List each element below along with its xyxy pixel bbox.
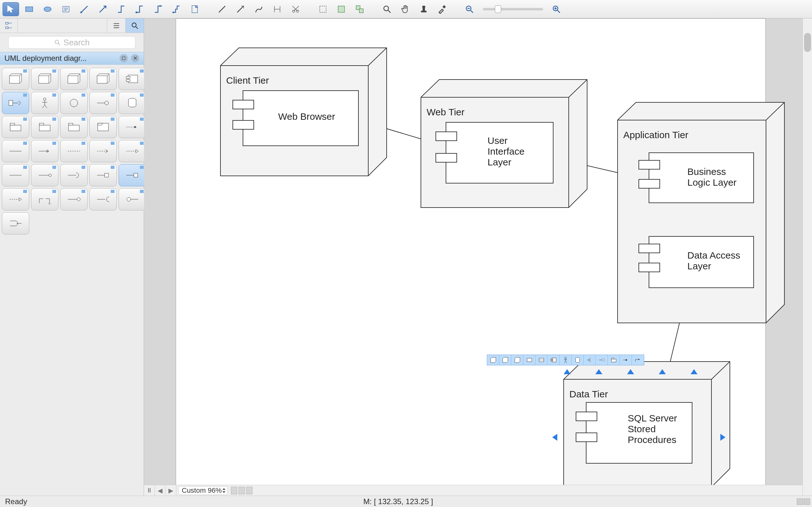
component-data-access[interactable]: Data Access Layer [649,236,754,288]
pal-node-2[interactable] [31,68,58,90]
sel-top-2[interactable] [595,369,602,374]
sel-right[interactable] [720,434,725,441]
connector-1[interactable] [76,2,93,16]
insert-page-tool[interactable] [187,2,203,16]
mini-3[interactable] [246,487,252,494]
qb-rect[interactable] [523,355,536,365]
zoom-combo[interactable]: Custom 96% [178,486,228,495]
list-view-icon[interactable] [107,18,125,33]
curve-tool[interactable] [251,2,267,16]
pal-socket[interactable] [60,164,88,186]
page-next[interactable]: ▶ [165,485,176,496]
pal-node-4[interactable] [90,68,117,90]
pal-lollipop[interactable] [90,92,117,114]
line-tool-2[interactable] [232,2,249,16]
pal-component[interactable] [119,68,146,90]
pal-package-2[interactable] [31,116,58,138]
qb-node[interactable] [487,355,499,365]
zoom-slider[interactable] [483,8,543,10]
text-tool[interactable] [58,2,74,16]
qb-rect-2[interactable] [536,355,548,365]
pan-tool[interactable] [397,2,414,16]
pal-line[interactable] [2,164,29,186]
pal-dep-arrow[interactable] [119,116,146,138]
connector-2[interactable] [95,2,111,16]
region-tool-2[interactable] [333,2,350,16]
section-close-icon[interactable]: ✕ [131,54,139,62]
zoom-slider-knob[interactable] [495,5,501,13]
drawing-page[interactable]: Client Tier Web Browser Web Tier User In… [176,18,766,496]
pointer-tool[interactable] [3,2,19,16]
section-detach-icon[interactable] [119,54,128,62]
tree-toggle-icon[interactable] [0,18,18,33]
snip-tool[interactable] [287,2,304,16]
line-tool-1[interactable] [214,2,230,16]
pal-merge[interactable] [2,212,29,234]
pal-ball[interactable] [60,188,88,210]
pal-dash[interactable] [60,140,88,162]
pal-assoc[interactable] [2,140,29,162]
pal-package-1[interactable] [2,116,29,138]
pal-elbow[interactable] [31,188,58,210]
qb-pkg[interactable] [608,355,620,365]
region-tool-1[interactable] [315,2,331,16]
connector-5[interactable] [150,2,166,16]
pal-rect-line-2[interactable] [119,164,146,186]
pal-package-3[interactable] [60,116,88,138]
pal-node-3[interactable] [60,68,88,90]
zoom-in-button[interactable] [548,2,565,16]
canvas-area[interactable]: Client Tier Web Browser Web Tier User In… [144,18,812,496]
mini-1[interactable] [231,487,237,494]
connector-4[interactable] [131,2,148,16]
qb-node-2[interactable] [499,355,511,365]
qb-ball[interactable] [596,355,608,365]
zoom-out-button[interactable] [461,2,478,16]
sel-top-4[interactable] [659,369,666,374]
qb-actor[interactable] [560,355,571,365]
sidebar-top-input[interactable] [18,18,107,33]
pal-node-1[interactable] [2,68,29,90]
dimension-tool[interactable] [269,2,286,16]
pal-frame[interactable] [90,116,117,138]
connector-6[interactable] [168,2,185,16]
node-app-tier[interactable]: Application Tier Business Logic Layer Da… [617,102,786,324]
component-ui-layer[interactable]: User Interface Layer [446,122,554,183]
page-prev[interactable]: ◀ [155,485,165,496]
zoom-tool[interactable] [379,2,395,16]
ellipse-tool[interactable] [39,2,56,16]
sel-left[interactable] [552,434,557,441]
search-view-icon[interactable] [125,18,144,33]
qb-node-3[interactable] [511,355,523,365]
qb-db[interactable] [571,355,583,365]
pal-circle[interactable] [60,92,88,114]
pal-database[interactable] [119,92,146,114]
vertical-scrollbar[interactable] [803,18,812,496]
qb-elbow[interactable] [632,355,644,365]
palette-section-header[interactable]: UML deployment diagr... ✕ [0,52,144,65]
component-web-browser[interactable]: Web Browser [243,90,359,146]
mini-2[interactable] [239,487,245,494]
node-client-tier[interactable]: Client Tier Web Browser [220,47,388,176]
pal-dash-closed[interactable] [119,140,146,162]
stamp-tool[interactable] [415,2,432,16]
connector-3[interactable] [113,2,130,16]
pages-toggle[interactable]: ⏸ [144,485,155,496]
qb-socket[interactable] [583,355,596,365]
region-tool-3[interactable] [351,2,368,16]
sel-top-1[interactable] [564,369,571,374]
sel-top-3[interactable] [627,369,634,374]
pal-line-dot[interactable] [31,164,58,186]
pal-dash-open[interactable] [90,140,117,162]
pal-interface-req[interactable] [2,92,29,114]
pal-dash-closed-2[interactable] [2,188,29,210]
scrollbar-thumb[interactable] [804,33,811,52]
qb-comp[interactable] [548,355,560,365]
node-data-tier[interactable]: Data Tier SQL Server Stored Procedures [563,361,731,488]
sel-top-5[interactable] [691,369,698,374]
qb-arrow[interactable] [620,355,632,365]
pal-rect-line[interactable] [90,164,117,186]
pal-nav[interactable] [31,140,58,162]
search-input[interactable]: Search [8,36,136,49]
node-web-tier[interactable]: Web Tier User Interface Layer [420,79,589,208]
pal-socket-2[interactable] [90,188,117,210]
